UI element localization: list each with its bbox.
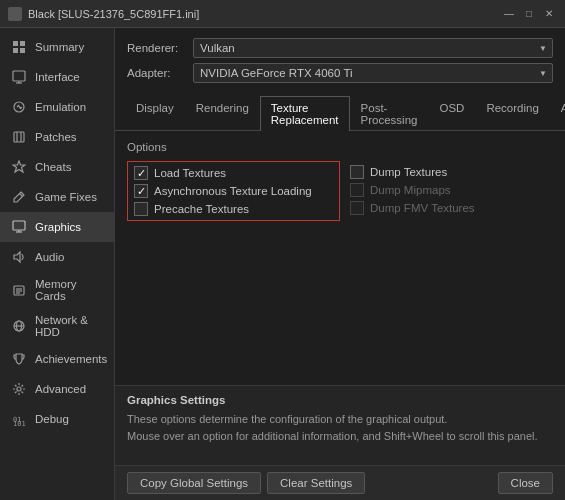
sidebar-item-interface[interactable]: Interface — [0, 62, 114, 92]
sidebar-item-label-patches: Patches — [35, 131, 77, 143]
info-panel: Graphics Settings These options determin… — [115, 385, 565, 465]
svg-text:101: 101 — [13, 420, 26, 426]
tab-bar: DisplayRenderingTexture ReplacementPost-… — [115, 96, 565, 131]
gamefixes-icon — [10, 188, 28, 206]
svg-rect-1 — [20, 41, 25, 46]
close-button[interactable]: Close — [498, 472, 553, 494]
adapter-label: Adapter: — [127, 67, 185, 79]
tab-texturereplacement[interactable]: Texture Replacement — [260, 96, 350, 131]
close-window-button[interactable]: ✕ — [541, 6, 557, 22]
svg-rect-0 — [13, 41, 18, 46]
sidebar-item-graphics[interactable]: Graphics — [0, 212, 114, 242]
sidebar-item-label-cheats: Cheats — [35, 161, 71, 173]
options-grid: ✓Load Textures✓Asynchronous Texture Load… — [127, 161, 553, 221]
tab-advanced[interactable]: Advanced — [550, 96, 565, 131]
checkbox-precache[interactable]: Precache Textures — [134, 202, 333, 216]
audio-icon — [10, 248, 28, 266]
sidebar-item-patches[interactable]: Patches — [0, 122, 114, 152]
clear-settings-button[interactable]: Clear Settings — [267, 472, 365, 494]
sidebar-item-achievements[interactable]: Achievements — [0, 344, 114, 374]
svg-rect-4 — [13, 71, 25, 81]
footer: Copy Global Settings Clear Settings Clos… — [115, 465, 565, 500]
title-bar-controls: — □ ✕ — [501, 6, 557, 22]
sidebar-item-advanced[interactable]: Advanced — [0, 374, 114, 404]
renderer-select-wrapper: Vulkan ▼ — [193, 38, 553, 58]
achievements-icon — [10, 350, 28, 368]
adapter-select-wrapper: NVIDIA GeForce RTX 4060 Ti ▼ — [193, 63, 553, 83]
sidebar-item-label-summary: Summary — [35, 41, 84, 53]
network-icon — [10, 317, 28, 335]
sidebar-item-label-gamefixes: Game Fixes — [35, 191, 97, 203]
checkbox-box-dumpmipmaps — [350, 183, 364, 197]
svg-rect-12 — [13, 221, 25, 230]
checkbox-label-asyncloading: Asynchronous Texture Loading — [154, 185, 312, 197]
sidebar-item-label-debug: Debug — [35, 413, 69, 425]
tab-rendering[interactable]: Rendering — [185, 96, 260, 131]
svg-line-11 — [20, 194, 23, 197]
renderer-select[interactable]: Vulkan — [193, 38, 553, 58]
renderer-label: Renderer: — [127, 42, 185, 54]
cheats-icon — [10, 158, 28, 176]
memorycards-icon — [10, 281, 28, 299]
options-left-group: ✓Load Textures✓Asynchronous Texture Load… — [127, 161, 340, 221]
debug-icon: 01101 — [10, 410, 28, 428]
window-title: Black [SLUS-21376_5C891FF1.ini] — [28, 8, 199, 20]
checkbox-label-dumpfmv: Dump FMV Textures — [370, 202, 475, 214]
sidebar-item-network[interactable]: Network & HDD — [0, 308, 114, 344]
sidebar-item-label-interface: Interface — [35, 71, 80, 83]
sidebar-item-summary[interactable]: Summary — [0, 32, 114, 62]
checkbox-label-dumpmipmaps: Dump Mipmaps — [370, 184, 451, 196]
svg-rect-2 — [13, 48, 18, 53]
content-area: Renderer: Vulkan ▼ Adapter: NVIDIA GeFor… — [115, 28, 565, 500]
title-bar-left: Black [SLUS-21376_5C891FF1.ini] — [8, 7, 199, 21]
sidebar-item-emulation[interactable]: Emulation — [0, 92, 114, 122]
sidebar-item-label-memorycards: Memory Cards — [35, 278, 104, 302]
adapter-row: Adapter: NVIDIA GeForce RTX 4060 Ti ▼ — [127, 63, 553, 83]
emulation-icon — [10, 98, 28, 116]
checkbox-dumpmipmaps: Dump Mipmaps — [350, 183, 543, 197]
copy-global-settings-button[interactable]: Copy Global Settings — [127, 472, 261, 494]
info-line3: Mouse over an option for additional info… — [127, 428, 553, 445]
options-title: Options — [127, 141, 553, 153]
sidebar-item-label-emulation: Emulation — [35, 101, 86, 113]
tab-recording[interactable]: Recording — [475, 96, 549, 131]
checkbox-dumptextures[interactable]: Dump Textures — [350, 165, 543, 179]
sidebar-item-label-achievements: Achievements — [35, 353, 107, 365]
info-title: Graphics Settings — [127, 394, 553, 406]
main-layout: SummaryInterfaceEmulationPatchesCheatsGa… — [0, 28, 565, 500]
info-line1: These options determine the configuratio… — [127, 411, 553, 428]
top-controls: Renderer: Vulkan ▼ Adapter: NVIDIA GeFor… — [115, 28, 565, 94]
sidebar-item-cheats[interactable]: Cheats — [0, 152, 114, 182]
graphics-icon — [10, 218, 28, 236]
sidebar-item-label-graphics: Graphics — [35, 221, 81, 233]
svg-rect-3 — [20, 48, 25, 53]
sidebar-item-label-audio: Audio — [35, 251, 64, 263]
title-bar: Black [SLUS-21376_5C891FF1.ini] — □ ✕ — [0, 0, 565, 28]
checkbox-label-loadtextures: Load Textures — [154, 167, 226, 179]
app-icon — [8, 7, 22, 21]
tab-display[interactable]: Display — [125, 96, 185, 131]
checkbox-asyncloading[interactable]: ✓Asynchronous Texture Loading — [134, 184, 333, 198]
summary-icon — [10, 38, 28, 56]
checkbox-box-dumptextures — [350, 165, 364, 179]
checkbox-loadtextures[interactable]: ✓Load Textures — [134, 166, 333, 180]
tab-osd[interactable]: OSD — [428, 96, 475, 131]
sidebar-item-memorycards[interactable]: Memory Cards — [0, 272, 114, 308]
tab-postprocessing[interactable]: Post-Processing — [350, 96, 429, 131]
minimize-button[interactable]: — — [501, 6, 517, 22]
checkbox-box-precache — [134, 202, 148, 216]
checkbox-box-dumpfmv — [350, 201, 364, 215]
patches-icon — [10, 128, 28, 146]
svg-point-22 — [17, 387, 21, 391]
sidebar: SummaryInterfaceEmulationPatchesCheatsGa… — [0, 28, 115, 500]
sidebar-item-label-advanced: Advanced — [35, 383, 86, 395]
sidebar-item-gamefixes[interactable]: Game Fixes — [0, 182, 114, 212]
renderer-row: Renderer: Vulkan ▼ — [127, 38, 553, 58]
adapter-select[interactable]: NVIDIA GeForce RTX 4060 Ti — [193, 63, 553, 83]
checkbox-box-asyncloading: ✓ — [134, 184, 148, 198]
sidebar-item-audio[interactable]: Audio — [0, 242, 114, 272]
checkbox-label-precache: Precache Textures — [154, 203, 249, 215]
footer-left-buttons: Copy Global Settings Clear Settings — [127, 472, 365, 494]
maximize-button[interactable]: □ — [521, 6, 537, 22]
sidebar-item-debug[interactable]: 01101Debug — [0, 404, 114, 434]
